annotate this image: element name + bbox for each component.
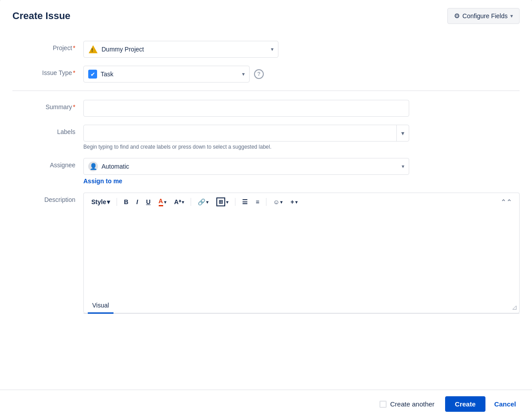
project-value: Dummy Project [102, 46, 267, 53]
toolbar-sep-2 [191, 198, 191, 206]
labels-dropdown[interactable]: ▾ [83, 125, 409, 142]
labels-chevron-icon[interactable]: ▾ [396, 125, 409, 141]
issue-type-field: ✔ Task ▾ ? [83, 66, 520, 83]
configure-fields-label: Configure Fields [462, 12, 508, 20]
modal-footer: Create another Create Cancel [0, 390, 532, 418]
issue-type-value: Task [101, 71, 239, 78]
link-chevron-icon: ▾ [206, 200, 208, 205]
bullet-list-icon: ☰ [242, 198, 248, 205]
assignee-value: Automatic [102, 163, 398, 170]
issue-type-label: Issue Type* [12, 66, 83, 76]
summary-row: Summary* [12, 100, 520, 117]
assignee-row: Assignee 👤 Automatic ▾ Assign to me [12, 158, 520, 185]
table-icon: ⊞ [216, 197, 225, 206]
configure-fields-chevron-icon: ▾ [510, 13, 513, 19]
project-select[interactable]: Dummy Project ▾ [83, 41, 296, 58]
font-size-icon: Aᵃ [174, 198, 181, 205]
underline-button[interactable]: U [143, 197, 153, 207]
warning-triangle-icon [89, 45, 98, 53]
description-toolbar: Style ▾ B I U A ▾ Aᵃ ▾ [83, 193, 520, 211]
font-size-chevron-icon: ▾ [182, 200, 184, 205]
task-icon: ✔ [88, 70, 97, 79]
project-chevron-icon: ▾ [271, 46, 274, 52]
assignee-field: 👤 Automatic ▾ Assign to me [83, 158, 520, 185]
create-issue-modal: Create Issue ⚙ Configure Fields ▾ Projec… [0, 0, 532, 418]
more-button[interactable]: + ▾ [287, 197, 300, 207]
underline-icon: U [146, 198, 150, 205]
gear-icon: ⚙ [454, 12, 460, 20]
bold-icon: B [124, 198, 128, 205]
configure-fields-button[interactable]: ⚙ Configure Fields ▾ [447, 8, 520, 24]
labels-row: Labels ▾ Begin typing to find and create… [12, 125, 520, 150]
font-color-button[interactable]: A ▾ [156, 196, 169, 208]
ordered-list-button[interactable]: ≡ [253, 197, 262, 207]
emoji-icon: ☺ [273, 198, 279, 205]
font-size-button[interactable]: Aᵃ ▾ [171, 197, 187, 207]
description-tab[interactable]: Visual [88, 299, 113, 314]
project-required: * [73, 44, 75, 51]
description-field: Style ▾ B I U A ▾ Aᵃ ▾ [83, 193, 520, 314]
assignee-label: Assignee [12, 158, 83, 169]
resize-handle-icon: ⊿ [512, 304, 517, 311]
labels-helper-text: Begin typing to find and create labels o… [83, 144, 520, 150]
style-chevron-icon: ▾ [107, 198, 110, 205]
description-editor: ⊿ [83, 211, 520, 313]
cancel-button[interactable]: Cancel [491, 396, 520, 412]
description-row: Description Style ▾ B I U A ▾ [12, 193, 520, 314]
font-color-icon: A [159, 197, 163, 206]
description-text-area[interactable] [84, 211, 519, 313]
summary-input[interactable] [83, 100, 409, 117]
style-label: Style [91, 198, 106, 205]
description-editor-container: ⊿ Visual [83, 211, 520, 314]
modal-header: Create Issue ⚙ Configure Fields ▾ [0, 0, 532, 32]
link-button[interactable]: 🔗 ▾ [195, 197, 211, 207]
modal-body: Project* Dummy Project ▾ [0, 32, 532, 390]
create-another-area: Create another [379, 400, 434, 408]
more-chevron-icon: ▾ [295, 200, 297, 205]
project-row: Project* Dummy Project ▾ [12, 41, 520, 58]
project-icon [88, 44, 98, 54]
bullet-list-button[interactable]: ☰ [239, 197, 251, 207]
create-another-checkbox[interactable] [379, 401, 387, 408]
italic-icon: I [137, 198, 138, 205]
modal-title: Create Issue [12, 10, 70, 22]
table-button[interactable]: ⊞ ▾ [213, 196, 231, 208]
ordered-list-icon: ≡ [256, 198, 259, 205]
toolbar-sep-1 [117, 198, 117, 206]
labels-label: Labels [12, 125, 83, 135]
labels-field: ▾ Begin typing to find and create labels… [83, 125, 520, 150]
font-color-chevron-icon: ▾ [164, 200, 166, 205]
table-chevron-icon: ▾ [226, 200, 228, 205]
assignee-chevron-icon: ▾ [402, 163, 404, 170]
labels-input[interactable] [84, 130, 396, 136]
create-another-label[interactable]: Create another [390, 400, 434, 408]
assignee-avatar-icon: 👤 [88, 162, 98, 171]
toolbar-sep-4 [266, 198, 266, 206]
toolbar-sep-3 [235, 198, 235, 206]
summary-required: * [73, 103, 75, 110]
style-button[interactable]: Style ▾ [88, 197, 113, 207]
assignee-dropdown[interactable]: 👤 Automatic ▾ [83, 158, 409, 175]
bold-button[interactable]: B [121, 197, 131, 207]
assign-to-me-link[interactable]: Assign to me [83, 177, 122, 185]
project-field: Dummy Project ▾ [83, 41, 520, 58]
issue-type-dropdown[interactable]: ✔ Task ▾ [83, 66, 250, 83]
form-divider [12, 91, 520, 91]
summary-field [83, 100, 520, 117]
emoji-button[interactable]: ☺ ▾ [270, 197, 286, 207]
issue-type-row: Issue Type* ✔ Task ▾ ? [12, 66, 520, 83]
summary-label: Summary* [12, 100, 83, 110]
create-button[interactable]: Create [445, 396, 485, 412]
issue-type-help-icon[interactable]: ? [254, 69, 264, 79]
issue-type-chevron-icon: ▾ [242, 71, 245, 77]
link-icon: 🔗 [198, 198, 205, 205]
description-label: Description [12, 193, 83, 203]
issue-type-required: * [73, 69, 75, 76]
emoji-chevron-icon: ▾ [280, 200, 282, 205]
project-dropdown[interactable]: Dummy Project ▾ [83, 41, 278, 58]
project-label: Project* [12, 41, 83, 51]
collapse-toolbar-button[interactable]: ⌃⌃ [498, 196, 515, 208]
more-icon: + [290, 198, 294, 205]
collapse-icon: ⌃⌃ [501, 198, 512, 206]
italic-button[interactable]: I [133, 197, 141, 207]
